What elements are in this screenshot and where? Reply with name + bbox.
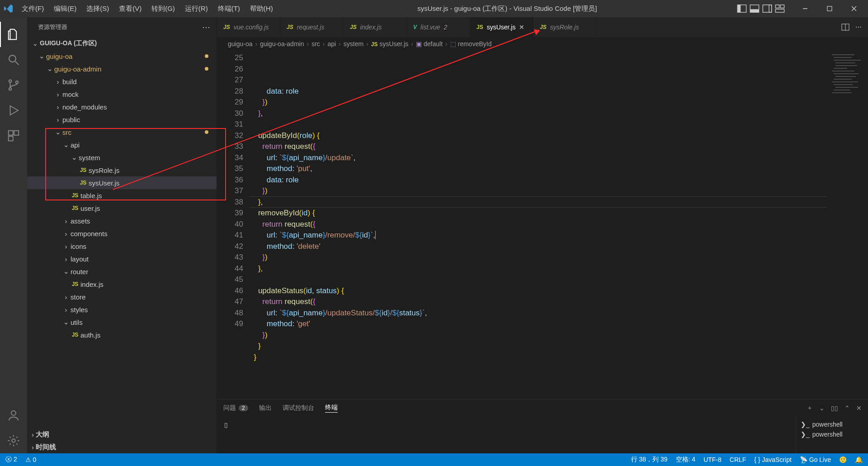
tree-item[interactable]: ›styles [27, 303, 217, 316]
timeline-section[interactable]: › 时间线 [27, 441, 217, 453]
layout-controls[interactable] [737, 4, 785, 14]
tree-item[interactable]: ›layout [27, 252, 217, 265]
panel-tab-terminal[interactable]: 终端 [325, 404, 338, 413]
status-spaces[interactable]: 空格: 4 [676, 456, 696, 464]
menu-edit[interactable]: 编辑(E) [49, 3, 81, 15]
shell-icon: ❯_ [801, 421, 810, 428]
status-bell-icon[interactable]: 🔔 [855, 456, 863, 463]
status-cursor-position[interactable]: 行 38，列 39 [631, 456, 668, 464]
toggle-panel-bottom-icon[interactable] [750, 4, 760, 14]
code-editor[interactable]: data: role }) }, updateById(role) { retu… [250, 51, 827, 399]
breadcrumb-item[interactable]: src [311, 40, 320, 48]
close-panel-icon[interactable]: ✕ [856, 404, 862, 412]
editor-tab[interactable]: JSvue.config.js [217, 17, 280, 37]
tree-item[interactable]: ⌄guigu-oa [27, 50, 217, 62]
editor-tab[interactable]: Vlist.vue2 [407, 17, 470, 37]
terminal-body[interactable]: ▯ [217, 417, 796, 453]
tree-item[interactable]: ⌄src [27, 126, 217, 138]
maximize-panel-icon[interactable]: ⌃ [844, 404, 850, 412]
terminal-dropdown-icon[interactable]: ⌄ [819, 404, 825, 412]
tree-item[interactable]: ⌄system [27, 151, 217, 164]
close-tab-icon[interactable]: ✕ [519, 24, 524, 31]
tree-item[interactable]: ⌄guigu-oa-admin [27, 62, 217, 75]
minimap[interactable] [827, 51, 868, 399]
status-feedback-icon[interactable]: 🙂 [839, 456, 847, 463]
panel-tab-problems[interactable]: 问题2 [223, 404, 248, 412]
tree-item[interactable]: JSauth.js [27, 328, 217, 341]
toggle-panel-left-icon[interactable] [737, 4, 747, 14]
tree-item[interactable]: JSindex.js [27, 278, 217, 290]
window-maximize-button[interactable] [819, 0, 840, 17]
explorer-more-icon[interactable]: ⋯ [202, 22, 210, 32]
tree-item[interactable]: ›store [27, 290, 217, 303]
svg-line-14 [15, 62, 19, 65]
menu-file[interactable]: 文件(F) [17, 3, 48, 15]
window-close-button[interactable] [844, 0, 864, 17]
new-terminal-icon[interactable]: ＋ [807, 404, 813, 412]
window-minimize-button[interactable] [795, 0, 816, 17]
breadcrumb-item[interactable]: ⬚removeById [450, 40, 492, 48]
split-terminal-icon[interactable]: ▯▯ [831, 404, 838, 412]
tree-item[interactable]: ›node_modules [27, 100, 217, 113]
tree-item[interactable]: ›components [27, 227, 217, 240]
toggle-panel-right-icon[interactable] [762, 4, 772, 14]
workspace-root[interactable]: ⌄GUIGU-OA (工作区) [27, 37, 217, 50]
customize-layout-icon[interactable] [775, 4, 785, 14]
menu-run[interactable]: 运行(R) [180, 3, 212, 15]
activity-search[interactable] [0, 47, 27, 72]
split-editor-icon[interactable] [841, 23, 850, 32]
tree-item[interactable]: ›assets [27, 214, 217, 227]
menu-select[interactable]: 选择(S) [82, 3, 113, 15]
svg-point-13 [9, 55, 16, 62]
editor-tab[interactable]: JSindex.js [344, 17, 407, 37]
terminal-entry[interactable]: ❯_powershell [801, 429, 863, 439]
tree-item[interactable]: JSuser.js [27, 202, 217, 214]
breadcrumb-item[interactable]: api [327, 40, 336, 48]
gear-icon [7, 434, 20, 447]
breadcrumb-item[interactable]: system [344, 40, 363, 48]
activity-settings[interactable] [0, 428, 27, 453]
activity-extensions[interactable] [0, 123, 27, 148]
breadcrumb-item[interactable]: JSsysUser.js [371, 40, 408, 48]
breadcrumb-item[interactable]: guigu-oa-admin [260, 40, 304, 48]
status-errors[interactable]: ⓧ 2 [5, 456, 17, 464]
menu-view[interactable]: 查看(V) [114, 3, 146, 15]
tree-item[interactable]: ›mock [27, 88, 217, 100]
tree-item[interactable]: ›public [27, 113, 217, 126]
panel-tab-debug[interactable]: 调试控制台 [283, 404, 314, 412]
menu-help[interactable]: 帮助(H) [245, 3, 278, 15]
editor-tab[interactable]: JSrequest.js [280, 17, 344, 37]
breadcrumb-item[interactable]: ▣default [416, 40, 443, 48]
status-language[interactable]: { } JavaScript [754, 456, 792, 463]
menu-terminal[interactable]: 终端(T) [213, 3, 245, 15]
panel-tab-output[interactable]: 输出 [259, 404, 272, 412]
svg-rect-34 [834, 79, 852, 80]
svg-rect-18 [9, 131, 13, 135]
tree-item[interactable]: ›build [27, 75, 217, 88]
menu-go[interactable]: 转到(G) [147, 3, 179, 15]
status-go-live[interactable]: 📡 Go Live [800, 456, 831, 463]
tree-item[interactable]: JSsysRole.js [27, 164, 217, 176]
svg-point-22 [12, 439, 15, 442]
menubar: 文件(F) 编辑(E) 选择(S) 查看(V) 转到(G) 运行(R) 终端(T… [17, 3, 278, 15]
activity-source-control[interactable] [0, 72, 27, 98]
status-warnings[interactable]: ⚠ 0 [25, 456, 37, 463]
tree-item[interactable]: JStable.js [27, 189, 217, 202]
tree-item[interactable]: ›icons [27, 240, 217, 252]
editor-tab[interactable]: JSsysUser.js✕ [470, 17, 533, 37]
terminal-entry[interactable]: ❯_powershell [801, 419, 863, 429]
tree-item[interactable]: ⌄router [27, 265, 217, 278]
tab-more-icon[interactable]: ⋯ [855, 24, 862, 31]
tree-item[interactable]: ⌄api [27, 138, 217, 151]
breadcrumbs[interactable]: guigu-oa›guigu-oa-admin›src›api›system›J… [217, 37, 868, 51]
outline-section[interactable]: › 大纲 [27, 428, 217, 441]
tree-item[interactable]: ⌄utils [27, 316, 217, 328]
activity-run-debug[interactable] [0, 98, 27, 123]
activity-account[interactable] [0, 403, 27, 428]
activity-explorer[interactable] [0, 22, 27, 47]
tree-item[interactable]: JSsysUser.js [27, 176, 217, 189]
editor-tab[interactable]: JSsysRole.js [533, 17, 597, 37]
status-eol[interactable]: CRLF [730, 456, 746, 463]
breadcrumb-item[interactable]: guigu-oa [228, 40, 253, 48]
status-encoding[interactable]: UTF-8 [703, 456, 722, 463]
